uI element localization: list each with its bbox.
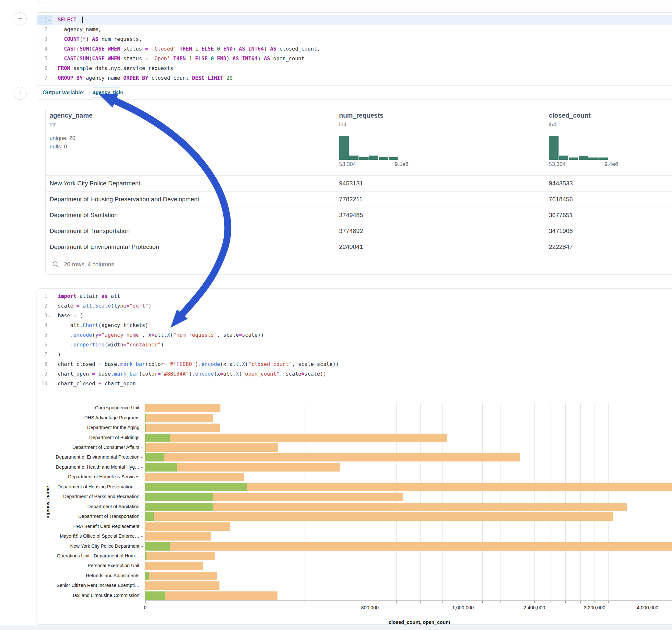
table-row: Department of Sanitation37494853677651 [46,207,672,223]
code-line-4[interactable]: 4 alt.Chart(agency_tickets) [37,320,672,330]
bar-open_count [145,492,213,501]
code-line-4[interactable]: 4 CAST(SUM(CASE WHEN status = 'Closed' T… [37,44,672,54]
bar-closed_count [145,404,220,412]
table-cell: 2240041 [335,239,363,255]
code-text: .properties(width="container") [52,340,164,350]
y-axis-label: Taxi and Limousine Commission [72,593,139,598]
y-axis-label: DHS Advantage Programs [84,415,139,420]
y-axis-label: Department of Buildings [89,435,139,440]
table-cell: Department of Sanitation [46,208,118,223]
code-line-6[interactable]: 6FROM sample_data.nyc.service_requests [37,64,672,73]
gridline [258,403,258,601]
gridline [501,403,501,601]
histogram-max-label: 9.4e6 [604,161,618,168]
code-line-5[interactable]: 5 CAST(SUM(CASE WHEN status = 'Open' THE… [37,54,672,64]
code-line-10[interactable]: 10chart_closed + chart_open [37,379,672,389]
bar-closed_count [145,562,203,570]
table-search-footer[interactable]: 20 rows, 4 columns [46,255,672,274]
code-line-3[interactable]: 3⌄base = ( [37,311,672,320]
code-text: CAST(SUM(CASE WHEN status = 'Open' THEN … [52,54,304,64]
line-number: 4 [37,44,52,54]
python-code-editor[interactable]: 1import altair as alt2scale = alt.Scale(… [37,291,672,389]
x-axis-tick [442,601,443,603]
gridline [463,403,463,601]
column-header-agency_name: agency_namestrunique: 20nulls: 0 [46,107,240,175]
y-axis-label: Senior Citizen Rent Increase Exempti… [57,583,139,588]
sql-code-editor[interactable]: 1⌄SELECT 2 agency_name,3 COUNT(*) AS num… [37,15,672,83]
bar-closed_count [145,503,627,511]
y-axis-label: Department of Environmental Protection [56,454,139,460]
histogram-min-label: 53,304 [339,161,356,168]
y-axis-tick [141,536,143,537]
fold-chevron-icon[interactable]: ⌄ [48,15,52,25]
y-axis-label: Department of Transportation [78,514,139,519]
y-axis-label: Department of Health and Mental Hyg… [56,464,139,469]
x-axis-tick [370,601,370,603]
code-line-8[interactable]: 8chart_closed = base.mark_bar(color="#FF… [37,359,672,369]
line-number: 10 [37,379,52,389]
table-row: New York City Police Department945313194… [46,175,672,192]
plus-icon: + [18,14,22,22]
y-axis-label: Refunds and Adjustments [86,573,139,578]
histogram-bar [559,155,569,160]
table-cell: 9443533 [545,176,573,191]
x-axis-tick [463,601,463,603]
add-cell-button-top[interactable]: + [14,12,27,25]
code-text: scale = alt.Scale(type="sqrt") [52,301,151,311]
code-line-2[interactable]: 2scale = alt.Scale(type="sqrt") [37,301,672,311]
histogram-range-labels: 53,3049.5e6 [339,161,408,168]
add-cell-button-middle[interactable]: + [14,87,27,100]
y-axis-tick [141,447,143,448]
table-cell: New York City Police Department [46,176,140,191]
bar-closed_count [145,473,244,481]
line-number: 1 [37,291,52,301]
table-cell: 3471908 [545,223,573,239]
code-line-9[interactable]: 9chart_open = base.mark_bar(color="#8BC3… [37,369,672,379]
code-line-1[interactable]: 1import altair as alt [37,291,672,301]
gridline [608,403,609,601]
x-axis-tick-label: 3,200,000 [584,605,605,610]
histogram-bar [349,155,359,160]
bar-open_count [145,463,177,471]
code-line-1[interactable]: 1⌄SELECT [37,15,672,25]
column-stat-unique: unique: 20 [50,135,75,142]
column-header-closed_count: closed_counti6453,3049.4e6 [545,107,672,175]
bar-closed_count [145,414,213,422]
code-text: FROM sample_data.nyc.service_requests [52,64,173,73]
histogram-range-labels: 53,3049.4e6 [549,161,618,168]
sql-cell: 1⌄SELECT 2 agency_name,3 COUNT(*) AS num… [37,12,672,100]
code-line-7[interactable]: 7) [37,350,672,359]
x-axis-tick [580,601,581,603]
y-axis-label: Department of Consumer Affairs [72,445,139,450]
bar-closed_count [145,552,215,560]
x-axis-tick [501,601,501,603]
y-axis-tick [141,547,143,547]
x-axis-tick-label: 2,400,000 [524,605,545,610]
line-number: 3⌄ [37,311,52,320]
code-line-3[interactable]: 3 COUNT(*) AS num_requests, [37,34,672,44]
code-text: import altair as alt [52,291,120,301]
bar-closed_count [145,512,613,521]
gridline [550,403,550,601]
line-number: 2 [37,25,52,34]
code-line-5[interactable]: 5 .encode(y="agency_name", x=alt.X("num_… [37,330,672,340]
histogram-bar [569,158,578,160]
table-cell: Department of Housing Preservation and D… [46,192,199,207]
output-variable-pill[interactable]: agency_tickets [89,88,123,98]
fold-chevron-icon[interactable]: ⌄ [48,311,52,320]
code-line-7[interactable]: 7GROUP BY agency_name ORDER BY closed_co… [37,73,672,83]
line-number: 7 [37,73,52,83]
y-axis-label: HRA Benefit Card Replacement [73,524,139,529]
x-axis-tick [145,601,146,603]
code-line-2[interactable]: 2 agency_name, [37,25,672,34]
code-line-6[interactable]: 6 .properties(width="container") [37,340,672,350]
line-number: 4 [37,320,52,330]
bar-closed_count [145,423,220,432]
x-axis-tick [482,601,483,603]
y-axis-label: Personal Exemption Unit [88,563,139,568]
gridline [370,403,370,601]
line-number: 5 [37,54,52,64]
code-text: alt.Chart(agency_tickets) [52,320,148,330]
bar-open_count [145,572,149,580]
histogram-bar [579,156,589,160]
